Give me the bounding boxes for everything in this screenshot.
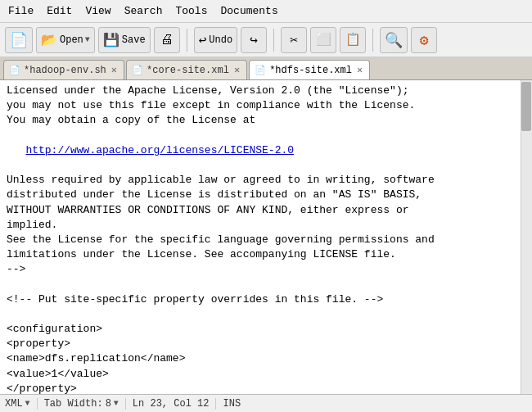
- tab-core-site-icon: 📄: [132, 65, 143, 75]
- statusbar-position: Ln 23, Col 12: [133, 398, 210, 410]
- undo-icon: ↩: [199, 32, 207, 48]
- find-icon: 🔍: [385, 31, 403, 49]
- editor-content[interactable]: Licensed under the Apache License, Versi…: [0, 80, 532, 394]
- copy-icon: ⬜: [316, 32, 331, 48]
- statusbar-ins-label: INS: [223, 398, 241, 410]
- statusbar-tab-width[interactable]: Tab Width: 8 ▼: [44, 398, 119, 410]
- open-button[interactable]: 📂 Open ▼: [36, 27, 95, 53]
- menu-file[interactable]: File: [3, 3, 38, 19]
- undo-label: Undo: [209, 34, 232, 46]
- open-arrow-icon: ▼: [85, 35, 90, 44]
- settings-button[interactable]: ⚙: [411, 27, 437, 53]
- scrollbar-thumb[interactable]: [521, 82, 531, 131]
- statusbar-sep-2: [125, 398, 126, 410]
- save-button[interactable]: 💾 Save: [98, 27, 151, 53]
- new-icon: 📄: [10, 31, 28, 49]
- license-link[interactable]: http://www.apache.org/licenses/LICENSE-2…: [25, 144, 294, 156]
- save-label: Save: [122, 34, 146, 46]
- paste-button[interactable]: 📋: [340, 27, 366, 53]
- print-button[interactable]: 🖨: [154, 27, 180, 53]
- copy-button[interactable]: ⬜: [310, 27, 336, 53]
- save-icon: 💾: [103, 32, 119, 48]
- toolbar-separator-1: [187, 29, 187, 52]
- undo-button[interactable]: ↩ Undo: [194, 27, 237, 53]
- statusbar-tab-width-arrow: ▼: [114, 399, 119, 408]
- statusbar: XML ▼ Tab Width: 8 ▼ Ln 23, Col 12 INS: [0, 394, 532, 412]
- tab-hdfs-site-icon: 📄: [255, 65, 266, 75]
- toolbar-separator-2: [273, 29, 274, 52]
- statusbar-format[interactable]: XML ▼: [5, 398, 30, 410]
- open-label: Open: [60, 34, 83, 46]
- toolbar-separator-3: [372, 29, 373, 52]
- statusbar-format-arrow: ▼: [25, 399, 30, 408]
- statusbar-sep-3: [215, 398, 216, 410]
- menu-tools[interactable]: Tools: [170, 3, 212, 19]
- statusbar-position-label: Ln 23, Col 12: [133, 398, 210, 410]
- paste-icon: 📋: [345, 32, 361, 48]
- tab-core-site-label: *core-site.xml: [147, 65, 229, 76]
- new-button[interactable]: 📄: [5, 27, 33, 53]
- redo-button[interactable]: ↪: [241, 27, 267, 53]
- tabbar: 📄 *hadoop-env.sh ✕ 📄 *core-site.xml ✕ 📄 …: [0, 57, 532, 80]
- cut-button[interactable]: ✂: [281, 27, 307, 53]
- menu-edit[interactable]: Edit: [42, 3, 77, 19]
- print-icon: 🖨: [160, 32, 174, 48]
- tab-hadoop-env-icon: 📄: [9, 65, 20, 75]
- tab-hdfs-site-label: *hdfs-site.xml: [269, 65, 352, 76]
- menubar: File Edit View Search Tools Documents: [0, 0, 532, 23]
- editor-area: Licensed under the Apache License, Versi…: [0, 80, 532, 394]
- find-button[interactable]: 🔍: [380, 27, 408, 53]
- scrollbar-track[interactable]: [521, 80, 532, 394]
- settings-icon: ⚙: [420, 31, 429, 49]
- tab-core-site-close[interactable]: ✕: [234, 66, 240, 75]
- statusbar-tab-width-value: 8: [106, 398, 111, 410]
- tab-hadoop-env-close[interactable]: ✕: [111, 66, 117, 75]
- menu-view[interactable]: View: [80, 3, 115, 19]
- redo-icon: ↪: [250, 32, 258, 48]
- tab-core-site[interactable]: 📄 *core-site.xml ✕: [126, 60, 247, 79]
- menu-search[interactable]: Search: [119, 3, 168, 19]
- statusbar-format-label: XML: [5, 398, 23, 410]
- tab-hadoop-env-label: *hadoop-env.sh: [24, 65, 106, 76]
- statusbar-sep-1: [37, 398, 38, 410]
- statusbar-ins: INS: [223, 398, 241, 410]
- toolbar: 📄 📂 Open ▼ 💾 Save 🖨 ↩ Undo ↪ ✂ ⬜ 📋 🔍 ⚙: [0, 23, 532, 57]
- tab-hadoop-env[interactable]: 📄 *hadoop-env.sh ✕: [3, 60, 124, 79]
- tab-hdfs-site-close[interactable]: ✕: [357, 66, 363, 75]
- statusbar-tab-width-label: Tab Width:: [44, 398, 103, 410]
- tab-hdfs-site[interactable]: 📄 *hdfs-site.xml ✕: [249, 60, 370, 79]
- menu-documents[interactable]: Documents: [215, 3, 282, 19]
- cut-icon: ✂: [290, 32, 298, 48]
- open-icon: 📂: [41, 32, 57, 48]
